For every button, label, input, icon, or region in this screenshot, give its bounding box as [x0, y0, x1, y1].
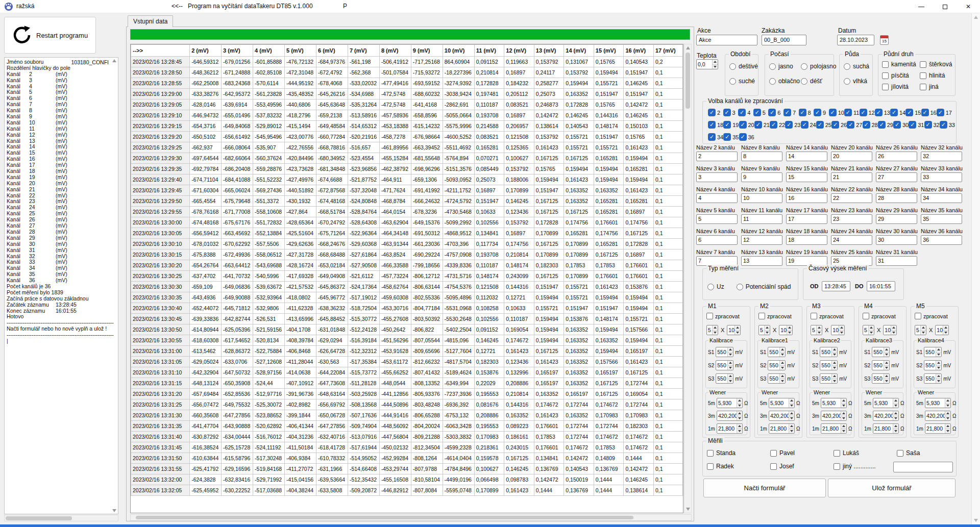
spinner-down-icon[interactable] — [943, 330, 948, 335]
table-cell[interactable]: -5764,894 — [443, 153, 474, 164]
table-cell[interactable]: -649,04908 — [316, 271, 348, 282]
checkbox-option-hlinit-[interactable]: hlinitá — [920, 72, 952, 79]
table-row[interactable]: 2023/02/16 13:30:05-656,59412-663,45692-… — [131, 228, 683, 239]
table-cell[interactable]: 0,155721 — [534, 303, 564, 314]
channel-checkbox-26[interactable]: ✓26 — [831, 121, 847, 129]
table-row[interactable]: 2023/02/16 13:28:50-648,36212-671,24888-… — [131, 67, 683, 78]
table-cell[interactable]: 0,170983 — [594, 410, 624, 421]
table-cell[interactable]: -615,58796 — [222, 453, 253, 464]
table-cell[interactable]: -668,78816 — [316, 142, 348, 153]
table-cell[interactable]: 0,155721 — [564, 142, 594, 153]
table-cell[interactable]: -455,15284 — [379, 153, 411, 164]
table-cell[interactable]: -4868,9512 — [443, 228, 474, 239]
table-cell[interactable]: 0,142472 — [624, 464, 654, 474]
table-cell[interactable]: 0,151947 — [564, 303, 594, 314]
table-cell[interactable]: -18,227396 — [443, 67, 474, 78]
od-input[interactable]: 13:28:45 — [822, 281, 850, 291]
table-cell[interactable]: 0,155721 — [564, 292, 594, 303]
table-cell[interactable]: -661,23036 — [411, 239, 443, 249]
table-cell[interactable]: -632,83416 — [222, 474, 253, 485]
table-cell[interactable]: -420,84496 — [285, 153, 316, 164]
timestamp-cell[interactable]: 2023/02/16 13:31:35 — [131, 421, 190, 432]
spinner-up-icon[interactable] — [869, 325, 874, 330]
table-cell[interactable]: -649,48584 — [316, 121, 348, 132]
table-cell[interactable]: -807,9788 — [411, 464, 443, 474]
table-cell[interactable]: -455,27608 — [379, 314, 411, 324]
table-cell[interactable]: 0,123436 — [504, 357, 534, 367]
table-cell[interactable]: -450,02132 — [379, 442, 411, 453]
table-cell[interactable]: 0,144316 — [504, 282, 534, 292]
merili-checkbox-jiný[interactable]: jiný ............. — [834, 463, 897, 470]
table-cell[interactable]: 0,159494 — [534, 292, 564, 303]
table-cell[interactable]: -665,4554 — [190, 196, 222, 207]
table-cell[interactable]: -461,89956 — [379, 142, 411, 153]
table-cell[interactable]: 0,140543 — [564, 121, 594, 132]
spinner-up-icon[interactable] — [841, 411, 846, 416]
table-cell[interactable]: 0,091152 — [474, 57, 504, 67]
radio-option-obla-no[interactable]: oblačno — [769, 78, 799, 85]
table-cell[interactable]: 0,163352 — [594, 185, 624, 196]
table-cell[interactable]: 0,1 — [653, 89, 682, 99]
table-cell[interactable]: -658,8596 — [411, 110, 443, 121]
table-cell[interactable]: 0,153792 — [534, 57, 564, 67]
table-cell[interactable]: 0,159494 — [594, 164, 624, 174]
table-cell[interactable]: 0,070271 — [474, 153, 504, 164]
table-cell[interactable]: 0,167125 — [564, 207, 594, 217]
wener-value-spinner[interactable]: 5,930 — [717, 398, 743, 408]
table-cell[interactable]: 0,172744 — [564, 399, 594, 410]
table-cell[interactable]: 0,174672 — [624, 432, 654, 442]
timestamp-cell[interactable]: 2023/02/16 13:30:30 — [131, 282, 190, 292]
spinner-up-icon[interactable] — [841, 398, 846, 403]
table-row[interactable]: 2023/02/16 13:31:40-630,87292-634,00444-… — [131, 432, 683, 442]
table-cell[interactable]: -472,31048 — [285, 67, 316, 78]
table-cell[interactable]: -423,73628 — [285, 164, 316, 174]
table-cell[interactable]: -418,0802 — [285, 292, 316, 303]
table-cell[interactable]: -663,39452 — [411, 142, 443, 153]
spinner-up-icon[interactable] — [884, 361, 889, 365]
table-cell[interactable]: 0,151947 — [624, 89, 654, 99]
channel-name-input[interactable]: 5 — [696, 214, 738, 224]
table-cell[interactable]: -524,17364 — [348, 282, 379, 292]
table-cell[interactable]: 0,1 — [653, 142, 682, 153]
channel-name-input[interactable]: 16 — [786, 193, 827, 203]
table-cell[interactable]: -440,6806 — [285, 99, 316, 110]
table-cell[interactable]: -422,76556 — [285, 142, 316, 153]
table-cell[interactable]: -501,07584 — [379, 67, 411, 78]
table-cell[interactable]: -652,44072 — [190, 303, 222, 314]
table-cell[interactable]: -524,11192 — [253, 442, 285, 453]
spinner-up-icon[interactable] — [945, 424, 950, 429]
table-cell[interactable]: 0,167125 — [504, 453, 534, 464]
table-cell[interactable]: -569,27436 — [253, 185, 285, 196]
table-cell[interactable]: -663,45692 — [222, 228, 253, 239]
table-cell[interactable]: -515,73772 — [348, 367, 379, 378]
channel-name-input[interactable]: 4 — [696, 193, 738, 203]
table-cell[interactable]: 0,17853 — [564, 260, 594, 271]
table-cell[interactable]: -613,5462 — [190, 346, 222, 357]
table-cell[interactable]: -444,95192 — [285, 78, 316, 89]
table-cell[interactable]: -570,6114 — [253, 78, 285, 89]
table-cell[interactable]: 0,170899 — [474, 485, 504, 496]
table-row[interactable]: 2023/02/16 13:31:05-629,05024-633,0706-5… — [131, 357, 683, 367]
timestamp-cell[interactable]: 2023/02/16 13:30:35 — [131, 292, 190, 303]
table-cell[interactable]: -655,01496 — [222, 110, 253, 121]
table-cell[interactable]: 0,163352 — [564, 89, 594, 99]
table-cell[interactable]: 0,1444 — [594, 485, 624, 496]
table-cell[interactable]: -453,91628 — [379, 346, 411, 357]
wener-value-spinner[interactable]: 21,800 — [925, 423, 951, 434]
table-cell[interactable]: -507,17636 — [348, 410, 379, 421]
spinner-down-icon[interactable] — [832, 365, 837, 370]
table-cell[interactable]: 0,170899 — [564, 239, 594, 249]
merili-checkbox-standa[interactable]: Standa — [707, 449, 770, 457]
table-scroll-up-icon[interactable] — [686, 46, 690, 49]
table-cell[interactable]: 0,176601 — [594, 217, 624, 228]
table-cell[interactable]: -649,06836 — [222, 282, 253, 292]
table-cell[interactable]: -625,41792 — [190, 464, 222, 474]
table-cell[interactable]: -4339,8336 — [443, 260, 474, 271]
table-cell[interactable]: -684,41088 — [222, 174, 253, 185]
table-cell[interactable]: -435,48352 — [285, 89, 316, 99]
log-scroll-down-icon[interactable] — [112, 509, 116, 512]
table-cell[interactable]: -809,21288 — [411, 432, 443, 442]
table-cell[interactable]: -450,2642 — [379, 324, 411, 335]
table-cell[interactable]: -618,60308 — [190, 335, 222, 346]
s-value-spinner[interactable]: 550 — [924, 347, 942, 357]
